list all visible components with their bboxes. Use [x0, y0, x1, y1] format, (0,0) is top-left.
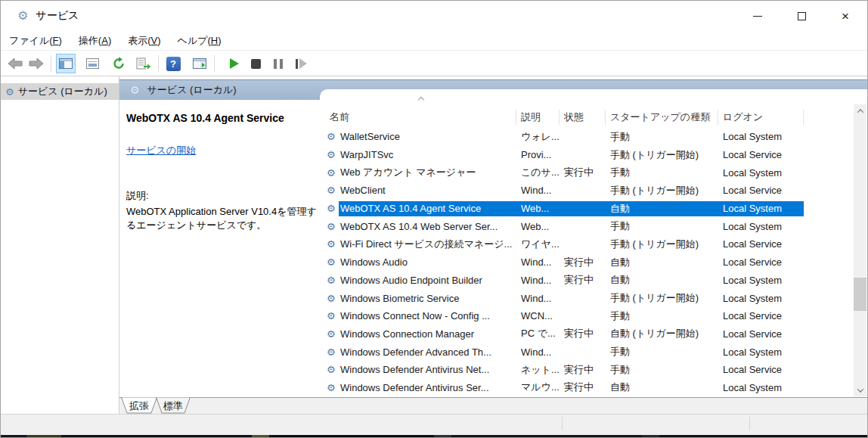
cell-startup-type: 自動 (トリガー開始) — [606, 327, 718, 340]
tree-item-services-local[interactable]: ⚙ サービス (ローカル) — [1, 83, 119, 100]
pause-service-button[interactable] — [268, 54, 288, 73]
close-button[interactable]: × — [823, 1, 867, 31]
table-row[interactable]: ⚙ WebOTX AS 10.4 Web Server Ser... Web..… — [327, 217, 854, 235]
table-row[interactable]: ⚙ Windows Audio Endpoint Builder Wind...… — [327, 272, 854, 290]
cell-startup-type: 手動 — [606, 219, 718, 233]
table-row-cells: Windows Audio Wind... 実行中 自動 Local Servi… — [339, 255, 804, 270]
service-gear-icon: ⚙ — [327, 275, 339, 285]
maximize-button[interactable] — [780, 1, 823, 31]
table-row-cells: Windows Connect Now - Config ... WCN... … — [339, 309, 804, 324]
column-header-status[interactable]: 状態 — [560, 110, 606, 125]
status-bar — [1, 414, 867, 433]
cell-name: Windows Defender Antivirus Net... — [339, 364, 516, 375]
table-row[interactable]: ⚙ Wi-Fi Direct サービスの接続マネージ... ワイヤ... 手動 … — [327, 235, 854, 253]
menu-action[interactable]: 操作A — [71, 31, 119, 51]
table-row[interactable]: ⚙ WebOTX AS 10.4 Agent Service Web... 自動… — [327, 200, 854, 218]
cell-description: PC で... — [516, 327, 560, 340]
table-row[interactable]: ⚙ WarpJITSvc Provi... 手動 (トリガー開始) Local … — [327, 146, 854, 164]
main-pane: ⚙ サービス (ローカル) WebOTX AS 10.4 Agent Servi… — [119, 76, 867, 414]
column-header-description[interactable]: 説明 — [516, 110, 560, 125]
scrollbar-thumb[interactable] — [854, 278, 866, 311]
cell-logon: Local System — [718, 382, 804, 393]
table-row[interactable]: ⚙ WalletService ウォレ... 手動 Local System — [327, 128, 854, 146]
start-service-link[interactable]: サービスの開始 — [126, 144, 196, 157]
scroll-up-button[interactable] — [854, 104, 866, 117]
properties-button[interactable] — [82, 54, 102, 73]
cell-name: WalletService — [339, 131, 516, 142]
vertical-scrollbar[interactable] — [854, 104, 866, 396]
service-rows: ⚙ WalletService ウォレ... 手動 Local System ⚙… — [327, 128, 854, 396]
refresh-button[interactable] — [109, 54, 129, 73]
cell-logon: Local Service — [718, 149, 804, 160]
cell-startup-type: 自動 — [606, 256, 718, 269]
selected-service-title: WebOTX AS 10.4 Agent Service — [126, 112, 314, 124]
show-action-pane-button[interactable] — [190, 54, 209, 73]
column-header-logon[interactable]: ログオン — [718, 110, 804, 125]
minimize-button[interactable] — [736, 1, 780, 31]
services-window: ⚙ サービス × ファイルF 操作A 表示V ヘルプH — [0, 0, 868, 438]
menu-view[interactable]: 表示V — [120, 31, 168, 51]
table-row[interactable]: ⚙ Windows Defender Antivirus Net... ネット.… — [327, 361, 854, 379]
table-row[interactable]: ⚙ Windows Connection Manager PC で... 実行中… — [327, 325, 854, 343]
export-list-button[interactable] — [134, 54, 153, 73]
cell-startup-type: 手動 — [606, 309, 718, 323]
cell-logon: Local System — [718, 346, 804, 358]
restart-service-button[interactable] — [291, 54, 311, 73]
cell-startup-type: 手動 — [606, 166, 718, 179]
service-gear-icon: ⚙ — [327, 203, 339, 213]
cell-description: マルウ... — [516, 381, 560, 394]
cell-startup-type: 手動 (トリガー開始) — [606, 184, 718, 197]
cell-description: Web... — [516, 203, 560, 214]
cell-startup-type: 自動 — [606, 381, 718, 394]
menu-help[interactable]: ヘルプH — [170, 31, 229, 51]
table-row[interactable]: ⚙ Windows Audio Wind... 実行中 自動 Local Ser… — [327, 253, 854, 272]
help-icon: ? — [166, 57, 181, 71]
toolbar-separator — [214, 55, 215, 72]
cell-startup-type: 手動 (トリガー開始) — [606, 238, 718, 251]
table-row[interactable]: ⚙ WebClient Wind... 手動 (トリガー開始) Local Se… — [327, 182, 854, 200]
cell-status: 実行中 — [560, 363, 606, 377]
cell-name: Wi-Fi Direct サービスの接続マネージ... — [339, 238, 516, 251]
column-header-name[interactable]: 名前 — [327, 110, 516, 125]
cell-startup-type: 手動 — [606, 130, 718, 144]
table-row[interactable]: ⚙ Windows Biometric Service Wind... 手動 (… — [327, 289, 854, 307]
menu-help-accesskey: H — [208, 35, 222, 46]
description-label: 説明: — [126, 189, 314, 203]
table-row[interactable]: ⚙ Windows Connect Now - Config ... WCN..… — [327, 307, 854, 325]
back-arrow-icon — [8, 57, 23, 70]
service-list-panel: 名前 説明 状態 スタートアップの種類 ログオン ⚙ WalletService… — [320, 89, 867, 397]
window-title: サービス — [36, 9, 79, 23]
table-row[interactable]: ⚙ Windows Defender Advanced Th... Wind..… — [327, 343, 854, 361]
cell-logon: Local System — [718, 167, 804, 179]
cell-logon: Local System — [718, 131, 804, 142]
tab-extended[interactable]: 拡張 — [121, 397, 157, 414]
scroll-down-button[interactable] — [854, 384, 866, 396]
menu-help-key: H — [211, 35, 218, 46]
help-button[interactable]: ? — [163, 54, 183, 73]
sort-ascending-icon — [418, 97, 424, 103]
services-app-icon: ⚙ — [17, 10, 28, 22]
cell-name: Windows Audio Endpoint Builder — [339, 275, 516, 286]
cell-status: 実行中 — [560, 256, 606, 269]
tab-standard[interactable]: 標準 — [156, 397, 191, 414]
table-row[interactable]: ⚙ Windows Defender Antivirus Ser... マルウ.… — [327, 379, 854, 397]
console-tree-icon — [59, 58, 73, 69]
cell-description: Wind... — [516, 346, 560, 358]
table-row-cells: WalletService ウォレ... 手動 Local System — [339, 129, 804, 144]
show-console-tree-button[interactable] — [56, 54, 76, 73]
properties-icon — [86, 58, 99, 69]
back-button[interactable] — [5, 54, 25, 73]
table-row[interactable]: ⚙ Web アカウント マネージャー このサ... 実行中 手動 Local S… — [327, 163, 854, 182]
cell-startup-type: 手動 — [606, 363, 718, 377]
service-gear-icon: ⚙ — [327, 329, 339, 339]
forward-arrow-icon — [29, 57, 44, 70]
stop-service-button[interactable] — [246, 54, 265, 73]
start-service-button[interactable] — [223, 54, 243, 73]
start-icon — [230, 58, 239, 69]
column-header-startup-type[interactable]: スタートアップの種類 — [606, 110, 718, 125]
services-header-label: サービス (ローカル) — [147, 83, 237, 97]
table-row-cells: WebClient Wind... 手動 (トリガー開始) Local Serv… — [339, 183, 804, 198]
table-row-cells: Windows Defender Antivirus Net... ネット...… — [339, 362, 804, 377]
menu-file[interactable]: ファイルF — [2, 31, 70, 51]
forward-button[interactable] — [26, 54, 46, 73]
